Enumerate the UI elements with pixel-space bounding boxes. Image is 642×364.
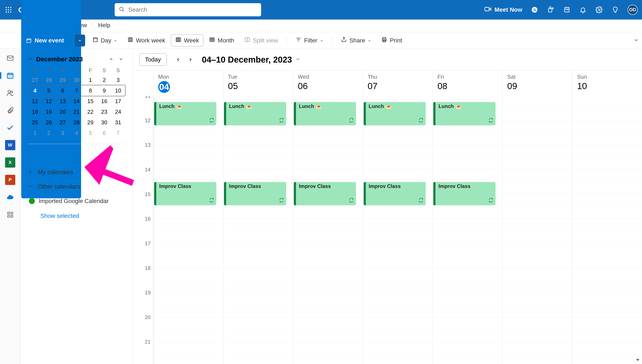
show-selected-link[interactable]: Show selected	[40, 212, 125, 219]
time-slot[interactable]	[502, 145, 572, 170]
today-button[interactable]: Today	[139, 54, 167, 66]
time-slot[interactable]	[153, 244, 223, 268]
mini-cal-day[interactable]: 15	[86, 96, 95, 106]
calendar-item-imported[interactable]: Imported Google Calendar	[28, 194, 125, 208]
calendar-event[interactable]: Improv Class	[294, 182, 356, 205]
tab-help[interactable]: Help	[98, 22, 110, 32]
mini-cal-day[interactable]: 5	[86, 128, 95, 138]
time-slot[interactable]	[572, 293, 642, 317]
share-button[interactable]: Share	[337, 34, 376, 46]
calendar-event[interactable]: Improv Class	[224, 182, 286, 205]
mini-cal-day[interactable]: 4	[72, 128, 81, 138]
time-slot[interactable]	[153, 268, 223, 293]
calendar-event[interactable]: Lunch 🍝	[294, 102, 356, 125]
mini-cal-day[interactable]: 7	[72, 86, 81, 96]
print-button[interactable]: Print	[377, 34, 407, 46]
mini-cal-day[interactable]: 3	[113, 75, 123, 85]
search-input[interactable]	[128, 6, 257, 13]
mini-cal-day[interactable]: 1	[30, 128, 40, 138]
mini-cal-day[interactable]: 18	[30, 107, 40, 117]
time-slot[interactable]	[223, 268, 293, 293]
time-slot[interactable]	[572, 342, 642, 364]
time-slot[interactable]	[502, 317, 572, 342]
mini-cal-day[interactable]: 14	[72, 96, 81, 106]
time-slot[interactable]	[432, 145, 502, 170]
time-slot[interactable]	[572, 219, 642, 244]
calendar-event[interactable]: Improv Class	[364, 182, 426, 205]
time-slot[interactable]	[153, 219, 223, 244]
mini-cal-day[interactable]: 30	[99, 118, 109, 127]
day-header[interactable]: Sun10	[572, 71, 642, 96]
time-slot[interactable]	[153, 342, 223, 364]
time-slot[interactable]	[572, 170, 642, 194]
day-header[interactable]: Mon04	[153, 71, 223, 96]
view-day-button[interactable]: Day	[88, 34, 122, 46]
mini-cal-day[interactable]: 19	[44, 107, 54, 117]
mini-cal-day[interactable]: 7	[113, 128, 123, 138]
time-slot[interactable]	[363, 268, 433, 293]
mini-cal-day[interactable]: 12	[44, 96, 54, 106]
app-launcher-icon[interactable]	[4, 6, 13, 14]
calendar-event[interactable]: Improv Class	[154, 182, 216, 205]
mini-calendar-month-label[interactable]: December 2023	[36, 56, 104, 63]
next-week-button[interactable]	[185, 54, 196, 65]
time-slot[interactable]	[293, 244, 363, 268]
mini-cal-day[interactable]: 3	[58, 128, 68, 138]
calendar-event[interactable]: Lunch 🍝	[364, 102, 426, 125]
date-range-picker[interactable]: 04–10 December, 2023	[202, 55, 300, 64]
mini-cal-day[interactable]: 29	[58, 75, 68, 85]
calendar-event[interactable]: Lunch 🍝	[433, 102, 496, 125]
mini-cal-day[interactable]: 8	[86, 86, 95, 96]
mini-cal-day[interactable]: 6	[99, 128, 109, 138]
rail-powerpoint[interactable]: P	[5, 175, 15, 185]
rail-people[interactable]	[5, 88, 15, 98]
mini-cal-day[interactable]: 10	[113, 86, 123, 96]
settings-icon[interactable]	[595, 6, 603, 14]
other-calendars-group[interactable]: Other calendars	[28, 180, 125, 194]
mini-cal-day[interactable]: 23	[99, 107, 109, 117]
day-header[interactable]: Thu07	[363, 71, 433, 96]
time-slot[interactable]	[293, 317, 363, 342]
mini-cal-day[interactable]: 5	[44, 86, 54, 96]
time-slot[interactable]	[502, 170, 572, 194]
mini-cal-day[interactable]: 28	[44, 75, 54, 85]
time-slot[interactable]	[572, 268, 642, 293]
time-slot[interactable]	[153, 145, 223, 170]
time-slot[interactable]	[223, 219, 293, 244]
rail-more-apps[interactable]	[5, 210, 15, 220]
time-slot[interactable]	[572, 194, 642, 219]
notifications-icon[interactable]	[579, 6, 587, 14]
mini-cal-day[interactable]: 17	[113, 96, 123, 106]
rail-excel[interactable]: X	[5, 158, 15, 168]
time-slot[interactable]	[432, 317, 502, 342]
time-slot[interactable]	[363, 317, 433, 342]
time-slot[interactable]	[153, 293, 223, 317]
mini-cal-day[interactable]: 25	[30, 118, 40, 127]
time-slot[interactable]	[502, 244, 572, 268]
mini-cal-day[interactable]: 11	[30, 96, 40, 106]
view-month-button[interactable]: Month	[205, 34, 239, 46]
time-slot[interactable]	[502, 293, 572, 317]
time-slot[interactable]	[293, 342, 363, 364]
mini-cal-day[interactable]: 1	[86, 75, 95, 85]
mini-cal-day[interactable]: 26	[44, 118, 54, 127]
time-slot[interactable]	[363, 244, 433, 268]
time-slot[interactable]	[432, 293, 502, 317]
day-header[interactable]: Fri08	[432, 71, 502, 96]
view-week-button[interactable]: Week	[171, 34, 203, 46]
time-slot[interactable]	[363, 293, 433, 317]
time-slot[interactable]	[432, 219, 502, 244]
mini-cal-day[interactable]: 30	[72, 75, 81, 85]
rail-files[interactable]	[5, 105, 15, 116]
time-slot[interactable]	[502, 120, 572, 145]
time-slot[interactable]	[223, 293, 293, 317]
split-view-button[interactable]: Split view	[240, 34, 282, 46]
rail-mail[interactable]	[5, 53, 15, 63]
mini-cal-day[interactable]: 28	[72, 118, 81, 127]
account-avatar[interactable]: OD	[627, 5, 638, 15]
time-slot[interactable]	[502, 219, 572, 244]
rail-calendar[interactable]	[5, 70, 15, 80]
tips-icon[interactable]	[611, 6, 619, 14]
time-slot[interactable]	[572, 120, 642, 145]
time-slot[interactable]	[363, 145, 433, 170]
